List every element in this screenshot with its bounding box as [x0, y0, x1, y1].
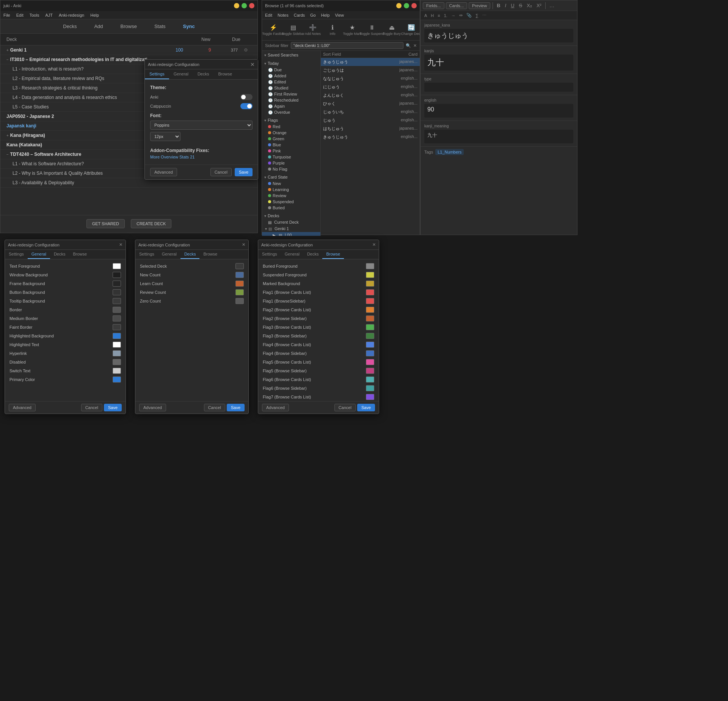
menu-edit[interactable]: Edit — [16, 13, 24, 17]
sidebar-item-flag-green[interactable]: Green — [262, 136, 320, 142]
color-swatch[interactable] — [113, 289, 121, 295]
close-icon[interactable]: ✕ — [372, 242, 376, 247]
menu-file[interactable]: File — [3, 13, 10, 17]
color-swatch[interactable] — [366, 333, 374, 339]
sidebar-item-flag-none[interactable]: No Flag — [262, 166, 320, 172]
close-button[interactable] — [249, 3, 254, 8]
tab-browse[interactable]: Browse — [69, 250, 91, 259]
cancel-button[interactable]: Cancel — [81, 404, 102, 411]
tab-general[interactable]: General — [28, 250, 50, 259]
tab-browse[interactable]: Browse — [322, 250, 344, 259]
sidebar-item-studied[interactable]: 🕐Studied — [262, 85, 320, 91]
table-row[interactable]: じゅうenglish... — [321, 116, 420, 125]
deck-row-genki1[interactable]: + Genki 1 100 9 377 ⚙ — [0, 45, 257, 55]
nav-browse[interactable]: Browse — [118, 22, 140, 31]
change-deck-button[interactable]: 🔄 Change Deck — [402, 22, 420, 37]
list-button[interactable]: ≡ — [436, 13, 441, 19]
sidebar-item-flag-purple[interactable]: Purple — [262, 160, 320, 166]
sidebar-item-first-review[interactable]: 🕐First Review — [262, 91, 320, 97]
font-select[interactable]: Poppins Inter Roboto System Default — [150, 121, 253, 130]
menu-tools[interactable]: Tools — [30, 13, 39, 17]
align-button[interactable]: ⇔ — [458, 12, 464, 19]
table-row[interactable]: じゅういちenglish... — [321, 108, 420, 116]
tab-decks[interactable]: Decks — [50, 250, 69, 259]
cancel-button[interactable]: Cancel — [204, 404, 225, 411]
bold-button[interactable]: B — [495, 2, 502, 9]
nav-sync[interactable]: Sync — [180, 22, 198, 31]
color-swatch[interactable] — [366, 263, 374, 269]
color-swatch[interactable] — [113, 350, 121, 356]
nav-decks[interactable]: Decks — [60, 22, 80, 31]
table-row[interactable]: ひゃくjapanes... — [321, 100, 420, 108]
tab-browse[interactable]: Browse — [199, 250, 221, 259]
color-swatch[interactable] — [366, 359, 374, 365]
color-swatch[interactable] — [235, 298, 244, 304]
sidebar-item-suspended[interactable]: Suspended — [262, 199, 320, 205]
cards-button[interactable]: Cards... — [446, 2, 468, 9]
field-value[interactable]: 90 — [424, 104, 573, 118]
tab-settings[interactable]: Settings — [258, 250, 281, 259]
field-value[interactable]: 九十 — [424, 130, 573, 143]
cancel-button[interactable]: Cancel — [210, 168, 232, 176]
color-swatch[interactable] — [366, 298, 374, 304]
color-swatch[interactable] — [366, 289, 374, 295]
toggle-fastbar-button[interactable]: ⚡ Toggle Fastbar — [264, 22, 282, 37]
card-header[interactable]: Card — [387, 52, 417, 56]
color-swatch[interactable] — [366, 315, 374, 321]
info-button[interactable]: ℹ Info — [323, 22, 342, 37]
table-row[interactable]: ななじゅうenglish... — [321, 75, 420, 83]
sidebar-item-learning[interactable]: Learning — [262, 187, 320, 193]
sidebar-item-flag-turquoise[interactable]: Turquoise — [262, 154, 320, 160]
color-swatch[interactable] — [113, 359, 121, 365]
tab-settings[interactable]: Settings — [135, 250, 158, 259]
ordered-list-button[interactable]: 1. — [442, 13, 449, 19]
table-row[interactable]: ごじゅうはjapanes... — [321, 66, 420, 75]
browse-menu-help[interactable]: Help — [321, 13, 330, 17]
tags-value[interactable]: L1_Numbers — [435, 149, 464, 155]
browse-menu-cards[interactable]: Cards — [294, 13, 305, 17]
close-icon[interactable]: ✕ — [119, 242, 122, 247]
table-row[interactable]: はちじゅうjapanes... — [321, 125, 420, 133]
tab-general[interactable]: General — [281, 250, 303, 259]
color-swatch[interactable] — [235, 263, 244, 269]
tab-decks[interactable]: Decks — [180, 250, 200, 259]
tab-browse[interactable]: Browse — [213, 69, 237, 79]
browse-close-button[interactable] — [411, 3, 417, 8]
color-swatch[interactable] — [113, 315, 121, 321]
color-swatch[interactable] — [113, 298, 121, 304]
superscript-button[interactable]: X² — [535, 2, 543, 9]
today-header[interactable]: ▾ Today — [262, 60, 320, 67]
color-swatch[interactable] — [235, 272, 244, 278]
nav-stats[interactable]: Stats — [151, 22, 169, 31]
sidebar-item-overdue[interactable]: 🕐Overdue — [262, 109, 320, 115]
advanced-button[interactable]: Advanced — [139, 404, 166, 411]
sidebar-item-again[interactable]: 🕐Again — [262, 103, 320, 109]
color-swatch[interactable] — [366, 368, 374, 374]
color-swatch[interactable] — [366, 307, 374, 313]
color-swatch[interactable] — [113, 333, 121, 339]
addon-more-stats-link[interactable]: More Overview Stats 21 — [150, 155, 253, 159]
color-swatch[interactable] — [113, 281, 121, 287]
browse-minimize-button[interactable] — [396, 3, 402, 8]
table-row[interactable]: にじゅうenglish... — [321, 83, 420, 91]
search-icon[interactable]: 🔍 — [406, 43, 411, 48]
strikethrough-button[interactable]: S — [518, 2, 524, 9]
theme-catppuccin-toggle[interactable] — [240, 103, 253, 109]
flags-header[interactable]: ▾ Flags — [262, 117, 320, 124]
color-swatch[interactable] — [113, 272, 121, 278]
color-swatch[interactable] — [113, 376, 121, 383]
sidebar-item-new[interactable]: New — [262, 180, 320, 187]
color-swatch[interactable] — [366, 350, 374, 356]
tab-general[interactable]: General — [158, 250, 180, 259]
sidebar-item-flag-orange[interactable]: Orange — [262, 130, 320, 136]
sidebar-item-current-deck[interactable]: ▤Current Deck — [262, 219, 320, 225]
menu-ajt[interactable]: AJT — [45, 13, 53, 17]
cancel-button[interactable]: Cancel — [334, 404, 356, 411]
sort-field-header[interactable]: Sort Field — [323, 52, 387, 56]
highlight-button[interactable]: H — [429, 13, 435, 19]
theme-anki-toggle[interactable] — [240, 94, 253, 100]
add-notes-button[interactable]: ➕ Add Notes — [304, 22, 322, 37]
color-swatch[interactable] — [366, 342, 374, 348]
saved-searches-header[interactable]: ▾ Saved Searches — [262, 52, 320, 58]
close-icon[interactable]: ✕ — [242, 242, 245, 247]
